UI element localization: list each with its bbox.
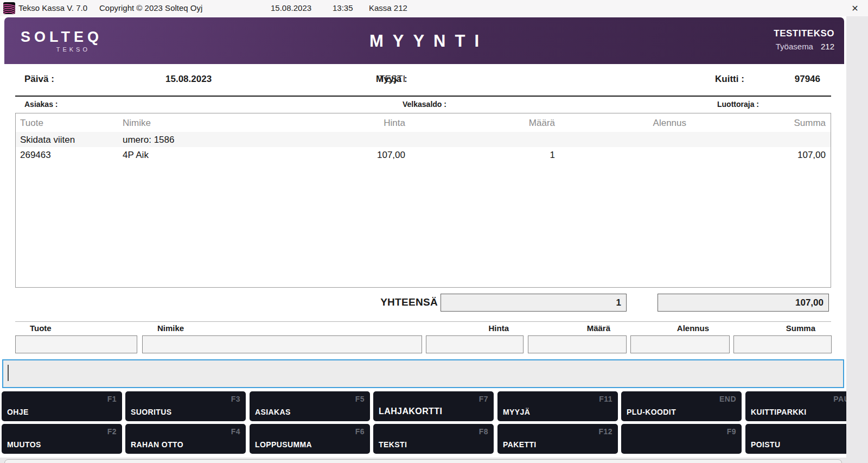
workstation-label: Työasema <box>776 42 813 51</box>
product-input[interactable] <box>15 335 137 353</box>
command-input[interactable] <box>2 359 844 388</box>
fkey-loppusumma[interactable]: F6LOPPUSUMMA <box>250 424 370 454</box>
total-label: YHTEENSÄ <box>380 296 438 308</box>
fkey-label: OHJE <box>7 408 29 416</box>
titlebar-time: 13:35 <box>333 3 353 12</box>
entry-label-nimike: Nimike <box>157 324 184 333</box>
fkey-myyja[interactable]: F11MYYJÄ <box>497 391 618 421</box>
fkey-label: LAHJAKORTTI <box>379 407 442 416</box>
fkey-label: PAKETTI <box>503 440 537 449</box>
fkey-label: LOPPUSUMMA <box>255 440 312 449</box>
window-title: Tekso Kassa V. 7.0 <box>18 3 87 12</box>
titlebar-copyright: Copyright © 2023 Solteq Oyj <box>99 3 202 12</box>
fkey-label: RAHAN OTTO <box>131 440 183 449</box>
sum-input[interactable] <box>733 335 832 353</box>
titlebar-date: 15.08.2023 <box>271 3 311 12</box>
fkey-rahan-otto[interactable]: F4RAHAN OTTO <box>125 424 246 454</box>
bottom-strip <box>0 458 868 463</box>
divider-line <box>15 96 831 97</box>
cell-tuote: 269463 <box>20 150 51 161</box>
entry-label-tuote: Tuote <box>30 324 52 333</box>
fkey-suoritus[interactable]: F3SUORITUS <box>125 391 246 421</box>
store-block: TESTITEKSO Työasema212 <box>774 28 834 51</box>
cell-nimike: umero: 1586 <box>123 135 174 145</box>
date-value: 15.08.2023 <box>165 74 212 85</box>
fkey-code: F4 <box>231 427 240 436</box>
total-sum-field: 107,00 <box>658 294 829 312</box>
fkey-code: F12 <box>598 427 612 436</box>
fkey-label: MYYJÄ <box>503 408 530 416</box>
fkey-code: F2 <box>107 427 117 436</box>
pos-header: SOLTEQ TEKSO MYYNTI TESTITEKSO Työasema2… <box>4 17 844 64</box>
receipt-number-label: Kuitti : <box>715 74 744 85</box>
cell-tuote: Skidata viiten <box>20 135 75 145</box>
cell-nimike: 4P Aik <box>123 150 149 161</box>
customer-label: Asiakas : <box>24 100 58 109</box>
seller-value: TESTI <box>379 74 405 85</box>
col-header-tuote: Tuote <box>20 118 43 129</box>
totals-row: YHTEENSÄ 1 107,00 <box>0 293 868 313</box>
fkey-ohje[interactable]: F1OHJE <box>2 391 122 421</box>
right-gutter <box>846 16 868 463</box>
quantity-input[interactable] <box>528 335 627 353</box>
fkey-code: F5 <box>355 395 365 403</box>
col-header-summa: Summa <box>794 118 826 129</box>
workstation-value: 212 <box>821 42 834 51</box>
col-header-nimike: Nimike <box>123 118 151 129</box>
col-header-hinta: Hinta <box>384 118 405 129</box>
fkey-code: F9 <box>727 427 736 436</box>
fkey-code: F8 <box>479 427 488 436</box>
cell-summa: 107,00 <box>797 150 826 161</box>
fkey-asiakas[interactable]: F5ASIAKAS <box>250 391 370 421</box>
close-button[interactable]: ✕ <box>842 0 868 16</box>
entry-label-maara: Määrä <box>528 324 610 333</box>
entry-label-summa: Summa <box>733 324 815 333</box>
fkey-label: MUUTOS <box>7 440 41 449</box>
fkey-code: END <box>719 395 736 403</box>
fkey-plu-koodit[interactable]: ENDPLU-KOODIT <box>621 391 742 421</box>
table-row[interactable]: Skidata viiten umero: 1586 <box>16 132 831 147</box>
app-logo-icon <box>3 2 15 14</box>
fkey-label: TEKSTI <box>379 440 407 449</box>
cell-maara: 1 <box>550 150 555 161</box>
credit-limit-label: Luottoraja : <box>717 100 759 109</box>
entry-label-hinta: Hinta <box>426 324 509 333</box>
name-input[interactable] <box>142 335 422 353</box>
fkey-label: POISTU <box>751 440 781 449</box>
cell-hinta: 107,00 <box>377 150 405 161</box>
entry-divider-line <box>15 321 831 322</box>
debt-balance-label: Velkasaldo : <box>403 100 446 109</box>
col-header-maara: Määrä <box>529 118 555 129</box>
total-quantity-field: 1 <box>441 294 627 312</box>
price-input[interactable] <box>426 335 524 353</box>
col-header-alennus: Alennus <box>653 118 686 129</box>
receipt-number-value: 97946 <box>762 74 820 85</box>
sale-lines-table: Tuote Nimike Hinta Määrä Alennus Summa S… <box>15 113 831 288</box>
fkey-lahjakortti[interactable]: F7LAHJAKORTTI <box>373 391 494 421</box>
workstation-info: Työasema212 <box>774 42 834 51</box>
store-name: TESTITEKSO <box>774 28 834 39</box>
entry-label-alennus: Alennus <box>630 324 709 333</box>
customer-info-row: Asiakas : Velkasaldo : Luottoraja : <box>0 100 868 111</box>
fkey-code: F1 <box>107 395 117 403</box>
table-row[interactable]: 269463 4P Aik 107,00 1 107,00 <box>16 147 831 162</box>
fkey-code: F6 <box>355 427 365 436</box>
date-label: Päivä : <box>24 74 54 85</box>
fkey-f9-empty[interactable]: F9 <box>621 424 742 454</box>
text-cursor <box>8 365 9 381</box>
discount-input[interactable] <box>630 335 730 353</box>
table-header-row: Tuote Nimike Hinta Määrä Alennus Summa <box>16 113 831 132</box>
fkey-label: ASIAKAS <box>255 408 291 416</box>
bottom-panel-edge <box>4 459 842 463</box>
fkey-label: PLU-KOODIT <box>627 408 676 416</box>
fkey-label: SUORITUS <box>131 408 172 416</box>
fkey-paketti[interactable]: F12PAKETTI <box>497 424 618 454</box>
fkey-code: F3 <box>231 395 240 403</box>
page-title: MYYNTI <box>4 31 844 51</box>
fkey-label: KUITTIPARKKI <box>751 408 807 416</box>
fkey-code: F11 <box>599 395 612 403</box>
titlebar: Tekso Kassa V. 7.0 Copyright © 2023 Solt… <box>0 0 868 16</box>
fkey-muutos[interactable]: F2MUUTOS <box>2 424 122 454</box>
fkey-teksti[interactable]: F8TEKSTI <box>373 424 494 454</box>
titlebar-register-id: Kassa 212 <box>369 3 407 12</box>
